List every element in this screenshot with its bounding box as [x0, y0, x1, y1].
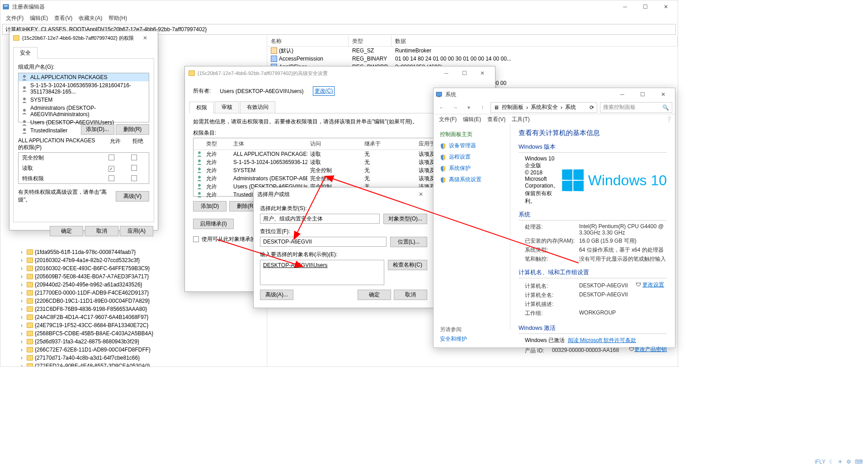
locations-button[interactable]: 位置(L)...	[390, 237, 427, 247]
license-link[interactable]: 阅读 Microsoft 软件许可条款	[568, 337, 636, 344]
moon-icon[interactable]: ☾	[829, 459, 834, 465]
nav-item[interactable]: 远程设置	[434, 151, 510, 163]
allow-checkbox[interactable]	[108, 155, 114, 160]
tree-item[interactable]: ›{272EFD2A-90BE-4E48-8557-3D9CEA0530A0}	[0, 362, 267, 366]
menu-file[interactable]: 文件(F)	[436, 115, 459, 124]
maximize-button[interactable]: ☐	[635, 0, 656, 13]
nav-item[interactable]: 高级系统设置	[434, 174, 510, 185]
select-titlebar[interactable]: 选择用户或组 ✕	[254, 188, 434, 201]
permissions-titlebar[interactable]: {15c20b67-12e7-4bb6-92bb-7aff07997402} 的…	[9, 31, 158, 45]
keyboard-icon[interactable]: ⌨	[855, 459, 863, 465]
advanced-button[interactable]: 高级(V)	[116, 191, 149, 202]
back-button[interactable]: ←	[436, 102, 447, 113]
tree-item[interactable]: ›{2206CDB0-19C1-11D1-89E0-00C04FD7A829}	[0, 297, 267, 305]
deny-checkbox[interactable]	[131, 165, 137, 171]
tree-item[interactable]: ›{231C6DF8-76B9-4836-9198-F856653AAA80}	[0, 305, 267, 313]
expand-icon[interactable]: ›	[19, 265, 25, 272]
menu-file[interactable]: 文件(F)	[3, 14, 26, 23]
menu-help[interactable]: 帮助(H)	[106, 14, 130, 23]
principal-item[interactable]: ALL APPLICATION PACKAGES	[19, 73, 149, 81]
breadcrumb[interactable]: 🖥 控制面板› 系统和安全› 系统 ⟳	[491, 102, 597, 113]
menu-edit[interactable]: 编辑(E)	[27, 14, 51, 23]
minimize-button[interactable]: ─	[612, 88, 632, 101]
enable-inherit-button[interactable]: 启用继承(I)	[193, 219, 234, 229]
col-inherited[interactable]: 继承于	[362, 138, 416, 150]
tab-security[interactable]: 安全	[13, 47, 38, 59]
tab-audit[interactable]: 审核	[215, 101, 239, 113]
advanced-button[interactable]: 高级(A)...	[260, 290, 293, 300]
expand-icon[interactable]: ›	[19, 338, 25, 345]
allow-checkbox[interactable]	[108, 175, 114, 181]
change-settings-link[interactable]: 更改设置	[642, 281, 664, 288]
tree-item[interactable]: ›{266C72E7-62E8-11D1-AD89-00C04FD8FDFF}	[0, 346, 267, 354]
gear-icon[interactable]: ⚙	[846, 459, 851, 465]
tab-effective[interactable]: 有效访问	[240, 101, 275, 113]
col-name[interactable]: 名称	[267, 36, 349, 46]
breadcrumb-part[interactable]: 系统和安全	[531, 103, 558, 111]
tree-item[interactable]: ›{24AC8F2B-4D1A-4C17-9607-6A4B14068F97}	[0, 313, 267, 321]
tree-item[interactable]: ›{2568BFC5-CDBE-45B5-B8AE-C403A2A5BB4A}	[0, 329, 267, 338]
value-row[interactable]: (默认)REG_SZRuntimeBroker	[267, 47, 678, 55]
sun-icon[interactable]: ☀	[838, 459, 843, 465]
nav-item[interactable]: 设备管理器	[434, 140, 510, 151]
expand-icon[interactable]: ›	[19, 355, 25, 361]
refresh-icon[interactable]: ⟳	[590, 104, 594, 111]
nav-item[interactable]: 系统保护	[434, 163, 510, 174]
system-titlebar[interactable]: 系统 ─ ☐ ✕	[434, 88, 675, 101]
principal-item[interactable]: S-1-15-3-1024-1065365936-1281604716-3511…	[19, 81, 149, 96]
cancel-button[interactable]: 取消	[394, 290, 427, 300]
remove-button[interactable]: 删除(R)	[116, 124, 149, 135]
menu-view[interactable]: 查看(V)	[485, 115, 508, 124]
expand-icon[interactable]: ›	[19, 322, 25, 328]
maximize-button[interactable]: ☐	[632, 88, 653, 101]
related-link[interactable]: 安全和维护	[440, 333, 467, 343]
tab-permissions[interactable]: 权限	[189, 102, 214, 113]
col-access[interactable]: 访问	[307, 138, 362, 150]
up-button[interactable]: ↑	[477, 102, 488, 113]
minimize-button[interactable]: ─	[615, 0, 635, 13]
close-button[interactable]: ✕	[412, 191, 430, 197]
tree-item[interactable]: ›{27170d71-7a40-4c8b-a3d1-64f7cbe81c66}	[0, 354, 267, 362]
ok-button[interactable]: 确定	[50, 226, 83, 236]
expand-icon[interactable]: ›	[19, 249, 25, 255]
expand-icon[interactable]: ›	[19, 281, 25, 288]
expand-icon[interactable]: ›	[19, 314, 25, 320]
allow-checkbox[interactable]	[108, 166, 114, 172]
col-type[interactable]: 类型	[349, 36, 392, 46]
expand-icon[interactable]: ›	[19, 257, 25, 263]
menu-tools[interactable]: 工具(T)	[509, 115, 532, 124]
value-row[interactable]: AccessPermissionREG_BINARY01 00 14 80 24…	[267, 55, 678, 63]
breadcrumb-part[interactable]: 控制面板	[502, 103, 524, 111]
regedit-titlebar[interactable]: 注册表编辑器 ─ ☐ ✕	[0, 0, 678, 13]
expand-icon[interactable]: ›	[19, 347, 25, 353]
add-button[interactable]: 添加(D)	[193, 201, 226, 211]
expand-icon[interactable]: ›	[19, 363, 25, 366]
expand-icon[interactable]: ›	[19, 298, 25, 304]
menu-edit[interactable]: 编辑(E)	[460, 115, 484, 124]
menu-favorites[interactable]: 收藏夹(A)	[76, 14, 105, 23]
expand-icon[interactable]: ›	[19, 273, 25, 280]
deny-checkbox[interactable]	[131, 155, 137, 160]
search-input[interactable]: 搜索控制面板 🔍	[600, 102, 672, 113]
forward-button[interactable]: →	[450, 102, 461, 113]
check-names-button[interactable]: 检查名称(C)	[388, 260, 427, 270]
cancel-button[interactable]: 取消	[85, 226, 118, 236]
tree-item[interactable]: ›{25d6d937-1fa3-4a22-8875-8680943b3f29}	[0, 338, 267, 346]
close-button[interactable]: ✕	[136, 35, 154, 41]
close-button[interactable]: ✕	[473, 70, 491, 76]
principal-item[interactable]: SYSTEM	[19, 96, 149, 104]
replace-checkbox[interactable]	[193, 236, 199, 242]
close-button[interactable]: ✕	[653, 88, 673, 101]
ok-button[interactable]: 确定	[358, 290, 391, 300]
expand-icon[interactable]: ›	[19, 306, 25, 312]
history-dropdown[interactable]: ▾	[463, 102, 474, 113]
close-button[interactable]: ✕	[656, 0, 676, 13]
object-names-field[interactable]: DESKTOP-A6EGVII\Users	[260, 260, 384, 285]
change-key-link[interactable]: 更改产品密钥	[634, 346, 667, 352]
col-principal[interactable]: 主体	[231, 138, 307, 150]
help-icon[interactable]: ❔	[665, 116, 672, 122]
principals-list[interactable]: ALL APPLICATION PACKAGESS-1-15-3-1024-10…	[18, 73, 149, 122]
deny-checkbox[interactable]	[131, 175, 137, 181]
expand-icon[interactable]: ›	[19, 290, 25, 296]
menu-view[interactable]: 查看(V)	[52, 14, 75, 23]
